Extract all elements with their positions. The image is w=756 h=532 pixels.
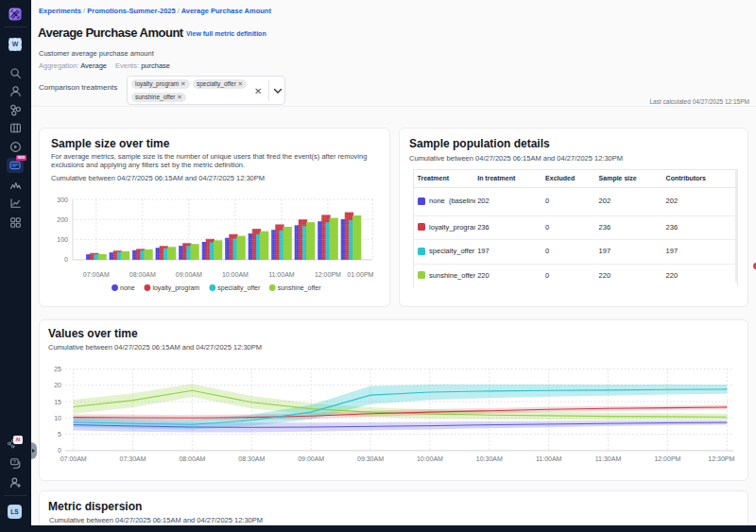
svg-text:specialty_offer: specialty_offer xyxy=(217,284,261,292)
svg-text:none: none xyxy=(120,284,135,291)
svg-text:0: 0 xyxy=(64,256,68,263)
svg-text:08:30AM: 08:30AM xyxy=(238,455,265,462)
svg-text:300: 300 xyxy=(57,197,68,203)
svg-text:07:30AM: 07:30AM xyxy=(120,455,146,462)
svg-text:12:00PM: 12:00PM xyxy=(654,455,680,462)
svg-text:07:00AM: 07:00AM xyxy=(83,271,110,278)
svg-text:09:00AM: 09:00AM xyxy=(298,455,324,462)
svg-text:12:30PM: 12:30PM xyxy=(708,455,734,462)
svg-text:08:00AM: 08:00AM xyxy=(179,455,205,462)
svg-text:sunshine_offer: sunshine_offer xyxy=(278,284,321,292)
svg-text:200: 200 xyxy=(57,216,68,223)
svg-text:09:30AM: 09:30AM xyxy=(357,455,384,462)
svg-text:0: 0 xyxy=(58,447,61,454)
svg-text:09:00AM: 09:00AM xyxy=(176,271,202,278)
svg-text:07:00AM: 07:00AM xyxy=(60,455,87,462)
svg-text:11:00AM: 11:00AM xyxy=(536,455,562,462)
svg-text:10: 10 xyxy=(54,415,61,421)
svg-text:5: 5 xyxy=(58,431,61,438)
svg-text:15: 15 xyxy=(54,399,61,405)
svg-text:20: 20 xyxy=(54,382,61,388)
svg-text:25: 25 xyxy=(54,366,61,372)
svg-text:loyalty_program: loyalty_program xyxy=(152,284,199,292)
svg-text:10:00AM: 10:00AM xyxy=(417,455,443,462)
svg-text:08:00AM: 08:00AM xyxy=(129,271,156,278)
svg-text:100: 100 xyxy=(57,236,68,243)
svg-text:?: ? xyxy=(13,459,16,465)
svg-text:01:00PM: 01:00PM xyxy=(347,271,373,278)
svg-text:10:00AM: 10:00AM xyxy=(222,271,249,278)
svg-text:11:30AM: 11:30AM xyxy=(595,455,622,462)
svg-text:10:30AM: 10:30AM xyxy=(476,455,503,462)
svg-text:12:00PM: 12:00PM xyxy=(315,271,341,278)
svg-text:11:00AM: 11:00AM xyxy=(268,271,295,278)
